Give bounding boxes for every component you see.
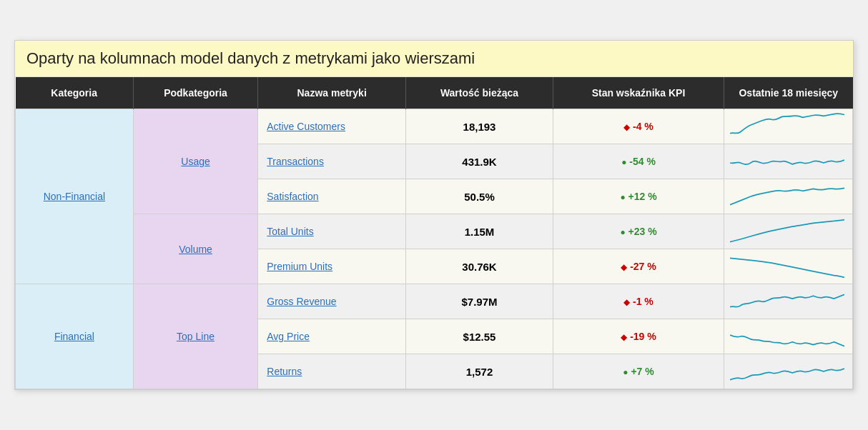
metric-link-1[interactable]: Transactions — [267, 156, 324, 167]
category-link-financial[interactable]: Financial — [54, 331, 94, 342]
kpi-icon-6: ◆ — [621, 332, 627, 342]
category-non-financial[interactable]: Non-Financial — [16, 109, 134, 284]
sparkline-cell-0 — [724, 109, 853, 144]
page-title: Oparty na kolumnach model danych z metry… — [26, 49, 842, 68]
header-wartosc: Wartość bieżąca — [406, 77, 553, 109]
header-nazwa: Nazwa metryki — [258, 77, 406, 109]
metric-link-6[interactable]: Avg Price — [267, 331, 310, 342]
kpi-text-2: +12 % — [628, 191, 657, 202]
kpi-icon-7: ● — [623, 367, 628, 377]
kpi-cell-0: ◆ -4 % — [553, 109, 724, 144]
metric-link-2[interactable]: Satisfaction — [267, 191, 318, 202]
kpi-text-1: -54 % — [629, 156, 656, 167]
subcat-link-usage[interactable]: Usage — [181, 156, 209, 167]
value-cell-1: 431.9K — [406, 144, 553, 179]
metric-link-4[interactable]: Premium Units — [267, 261, 332, 272]
value-cell-0: 18,193 — [406, 109, 553, 144]
kpi-icon-3: ● — [620, 227, 625, 237]
sparkline-cell-4 — [724, 249, 853, 284]
kpi-cell-6: ◆ -19 % — [553, 319, 724, 354]
kpi-cell-3: ● +23 % — [553, 214, 724, 249]
kpi-icon-4: ◆ — [621, 262, 627, 272]
kpi-cell-1: ● -54 % — [553, 144, 724, 179]
metric-link-7[interactable]: Returns — [267, 366, 302, 377]
sparkline-cell-5 — [724, 284, 853, 319]
subcat-volume[interactable]: Volume — [133, 214, 258, 284]
sparkline-svg-6 — [730, 322, 844, 351]
title-bar: Oparty na kolumnach model danych z metry… — [15, 41, 853, 77]
kpi-cell-4: ◆ -27 % — [553, 249, 724, 284]
sparkline-cell-7 — [724, 354, 853, 389]
header-kpi: Stan wskaźnika KPI — [553, 77, 724, 109]
sparkline-cell-3 — [724, 214, 853, 249]
kpi-icon-0: ◆ — [623, 122, 630, 132]
metric-cell-3[interactable]: Total Units — [258, 214, 406, 249]
kpi-text-4: -27 % — [630, 261, 656, 272]
sparkline-svg-5 — [730, 287, 844, 316]
sparkline-svg-0 — [730, 112, 844, 141]
metric-cell-6[interactable]: Avg Price — [258, 319, 406, 354]
kpi-text-6: -19 % — [630, 331, 656, 342]
value-cell-4: 30.76K — [406, 249, 553, 284]
kpi-text-5: -1 % — [633, 296, 654, 307]
sparkline-svg-1 — [730, 147, 844, 176]
metric-link-5[interactable]: Gross Revenue — [267, 296, 336, 307]
main-container: Oparty na kolumnach model danych z metry… — [14, 40, 854, 390]
subcat-topline[interactable]: Top Line — [133, 284, 258, 389]
sparkline-cell-2 — [724, 179, 853, 214]
metric-cell-0[interactable]: Active Customers — [258, 109, 406, 144]
sparkline-svg-3 — [730, 217, 844, 246]
kpi-icon-2: ● — [620, 192, 625, 202]
kpi-text-7: +7 % — [631, 366, 654, 377]
category-financial[interactable]: Financial — [16, 284, 134, 389]
metric-cell-2[interactable]: Satisfaction — [258, 179, 406, 214]
header-ostatnie: Ostatnie 18 miesięcy — [724, 77, 853, 109]
sparkline-svg-2 — [730, 182, 844, 211]
sparkline-svg-7 — [730, 357, 844, 386]
value-cell-6: $12.55 — [406, 319, 553, 354]
kpi-icon-5: ◆ — [623, 297, 630, 307]
sparkline-cell-1 — [724, 144, 853, 179]
kpi-icon-1: ● — [621, 157, 626, 167]
header-podkategoria: Podkategoria — [133, 77, 258, 109]
header-kategoria: Kategoria — [16, 77, 134, 109]
value-cell-3: 1.15M — [406, 214, 553, 249]
subcat-link-volume[interactable]: Volume — [179, 244, 212, 255]
subcat-link-topline[interactable]: Top Line — [177, 331, 214, 342]
metric-link-0[interactable]: Active Customers — [267, 121, 345, 132]
value-cell-7: 1,572 — [406, 354, 553, 389]
metric-link-3[interactable]: Total Units — [267, 226, 313, 237]
kpi-cell-5: ◆ -1 % — [553, 284, 724, 319]
kpi-cell-2: ● +12 % — [553, 179, 724, 214]
value-cell-2: 50.5% — [406, 179, 553, 214]
metric-cell-7[interactable]: Returns — [258, 354, 406, 389]
kpi-text-0: -4 % — [633, 121, 654, 132]
data-table: Kategoria Podkategoria Nazwa metryki War… — [15, 77, 853, 389]
subcat-usage[interactable]: Usage — [133, 109, 258, 214]
sparkline-svg-4 — [730, 252, 844, 281]
metric-cell-1[interactable]: Transactions — [258, 144, 406, 179]
kpi-cell-7: ● +7 % — [553, 354, 724, 389]
category-link-nonfinancial[interactable]: Non-Financial — [44, 191, 105, 202]
kpi-text-3: +23 % — [628, 226, 657, 237]
sparkline-cell-6 — [724, 319, 853, 354]
metric-cell-4[interactable]: Premium Units — [258, 249, 406, 284]
metric-cell-5[interactable]: Gross Revenue — [258, 284, 406, 319]
value-cell-5: $7.97M — [406, 284, 553, 319]
